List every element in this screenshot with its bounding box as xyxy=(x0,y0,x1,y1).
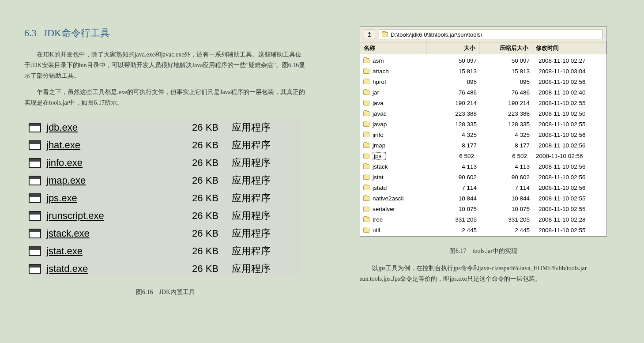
archive-item-date: 2008-11-10 02:55 xyxy=(535,227,604,234)
exe-list-item[interactable]: jrunscript.exe26 KB应用程序 xyxy=(29,207,302,225)
folder-icon xyxy=(363,164,370,169)
archive-item-name: jstatd xyxy=(373,185,429,191)
folder-icon xyxy=(363,58,370,63)
folder-icon xyxy=(363,101,370,106)
archive-item-compressed: 331 205 xyxy=(482,216,535,223)
col-header-size[interactable]: 大小 xyxy=(426,42,479,54)
up-button[interactable]: ↥ xyxy=(364,30,375,39)
exe-name: jstatd.exe xyxy=(46,263,170,275)
exe-list-item[interactable]: jinfo.exe26 KB应用程序 xyxy=(29,154,302,172)
exe-name: jstack.exe xyxy=(46,228,170,239)
exe-size: 26 KB xyxy=(170,245,218,257)
section-title: JDK命令行工具 xyxy=(44,27,110,38)
path-bar: ↥ D:\tools\jdk6.0\lib\tools.jar\sun\tool… xyxy=(360,27,606,42)
archive-window: ↥ D:\tools\jdk6.0\lib\tools.jar\sun\tool… xyxy=(360,26,607,237)
archive-item-compressed: 8 177 xyxy=(482,142,535,149)
exe-name: jstat.exe xyxy=(46,245,170,257)
archive-item-date: 2008-11-10 02:55 xyxy=(535,195,604,202)
exe-icon xyxy=(29,193,41,203)
archive-row[interactable]: tree331 205331 2052008-11-10 02:28 xyxy=(360,214,606,225)
col-header-modified[interactable]: 修改时间 xyxy=(532,42,606,54)
archive-item-compressed: 10 844 xyxy=(482,195,535,202)
archive-item-name: jinfo xyxy=(373,132,429,138)
archive-item-name: attach xyxy=(373,68,429,75)
archive-row[interactable]: jinfo4 3254 3252008-11-10 02:56 xyxy=(360,129,606,140)
exe-list-item[interactable]: jstat.exe26 KB应用程序 xyxy=(29,242,302,260)
folder-icon xyxy=(363,228,370,233)
archive-item-date: 2008-11-10 02:55 xyxy=(535,206,604,212)
archive-row[interactable]: java190 214190 2142008-11-10 02:55 xyxy=(360,98,606,108)
folder-icon xyxy=(382,32,388,37)
exe-size: 26 KB xyxy=(170,263,218,275)
archive-item-date: 2008-11-10 02:56 xyxy=(532,153,604,159)
archive-item-compressed: 190 214 xyxy=(482,100,535,106)
archive-row[interactable]: util2 4452 4452008-11-10 02:55 xyxy=(360,225,606,235)
archive-row[interactable]: jstat90 60290 6022008-11-10 02:56 xyxy=(360,172,606,182)
exe-icon xyxy=(29,246,41,256)
archive-item-name: util xyxy=(373,227,429,234)
section-heading: 6.3JDK命令行工具 xyxy=(24,26,307,40)
exe-size: 26 KB xyxy=(170,157,218,169)
folder-icon xyxy=(363,132,370,137)
folder-icon xyxy=(363,154,370,158)
exe-size: 26 KB xyxy=(170,175,218,186)
folder-icon xyxy=(363,90,370,95)
exe-type: 应用程序 xyxy=(218,245,302,258)
archive-item-compressed: 50 097 xyxy=(482,57,535,64)
archive-item-name: jstack xyxy=(373,163,429,170)
figure-6-16: jdb.exe26 KB应用程序jhat.exe26 KB应用程序jinfo.e… xyxy=(29,119,302,278)
exe-size: 26 KB xyxy=(170,139,218,151)
folder-icon xyxy=(363,143,370,148)
exe-list-item[interactable]: jstack.exe26 KB应用程序 xyxy=(29,225,302,242)
exe-type: 应用程序 xyxy=(218,139,302,152)
path-text: D:\tools\jdk6.0\lib\tools.jar\sun\tools\ xyxy=(391,31,482,38)
archive-item-name: javap xyxy=(373,121,429,128)
archive-row[interactable]: javap128 335128 3352008-11-10 02:55 xyxy=(360,119,606,129)
archive-item-size: 90 602 xyxy=(429,174,482,181)
archive-item-date: 2008-11-10 02:55 xyxy=(535,121,604,128)
folder-icon xyxy=(363,79,370,84)
archive-item-size: 15 813 xyxy=(429,68,482,75)
folder-icon xyxy=(363,207,370,211)
archive-row[interactable]: native2ascii10 84410 8442008-11-10 02:55 xyxy=(360,193,606,204)
archive-item-name: jmap xyxy=(373,142,429,149)
left-column: 6.3JDK命令行工具 在JDK的开发包中，除了大家熟知的java.exe和ja… xyxy=(24,26,307,343)
exe-list-item[interactable]: jhat.exe26 KB应用程序 xyxy=(29,136,302,154)
exe-size: 26 KB xyxy=(170,192,218,204)
archive-row[interactable]: jstatd7 1147 1142008-11-10 02:56 xyxy=(360,182,606,193)
archive-row[interactable]: attach15 81315 8132008-11-10 03:04 xyxy=(360,66,606,76)
exe-list-item[interactable]: jps.exe26 KB应用程序 xyxy=(29,189,302,207)
col-header-compressed[interactable]: 压缩后大小 xyxy=(479,42,532,54)
archive-row[interactable]: jmap8 1778 1772008-11-10 02:56 xyxy=(360,140,606,151)
archive-item-date: 2008-11-10 02:27 xyxy=(535,57,604,64)
path-field[interactable]: D:\tools\jdk6.0\lib\tools.jar\sun\tools\ xyxy=(379,30,603,39)
exe-name: jhat.exe xyxy=(46,139,170,151)
archive-item-size: 10 844 xyxy=(429,195,482,202)
archive-item-compressed: 2 445 xyxy=(482,227,535,234)
exe-type: 应用程序 xyxy=(218,262,302,275)
archive-item-name: serialver xyxy=(373,206,429,212)
archive-row[interactable]: jstack4 1134 1132008-11-10 02:56 xyxy=(360,161,606,172)
figure-6-16-caption: 图6.16 JDK内置工具 xyxy=(24,288,307,296)
figure-6-17-caption: 图6.17 tools.jar中的实现 xyxy=(360,247,607,255)
col-header-name[interactable]: 名称 xyxy=(360,42,426,54)
archive-item-compressed: 6 502 xyxy=(479,153,532,159)
folder-icon xyxy=(363,175,370,180)
exe-list-item[interactable]: jstatd.exe26 KB应用程序 xyxy=(29,260,302,278)
exe-list-item[interactable]: jmap.exe26 KB应用程序 xyxy=(29,172,302,189)
paragraph-3: 以jps工具为例，在控制台执行jps命令和java-classpath%Java… xyxy=(360,263,607,284)
archive-row[interactable]: javac223 388223 3882008-11-10 02:50 xyxy=(360,108,606,119)
folder-icon xyxy=(363,196,370,201)
section-number: 6.3 xyxy=(24,27,37,38)
exe-icon xyxy=(29,123,41,132)
archive-row[interactable]: jar76 48676 4862008-11-10 02:40 xyxy=(360,87,606,98)
archive-row[interactable]: serialver10 87510 8752008-11-10 02:55 xyxy=(360,204,606,214)
archive-item-name: jar xyxy=(373,89,429,96)
archive-row[interactable]: asm50 09750 0972008-11-10 02:27 xyxy=(360,55,606,66)
archive-row[interactable]: jps6 5026 5022008-11-10 02:56 xyxy=(360,151,606,161)
exe-list-item[interactable]: jdb.exe26 KB应用程序 xyxy=(29,119,302,136)
folder-icon xyxy=(363,217,370,222)
archive-item-date: 2008-11-10 02:50 xyxy=(535,110,604,117)
archive-row[interactable]: hprof8958952008-11-10 02:56 xyxy=(360,76,606,87)
archive-item-name: hprof xyxy=(373,79,429,85)
